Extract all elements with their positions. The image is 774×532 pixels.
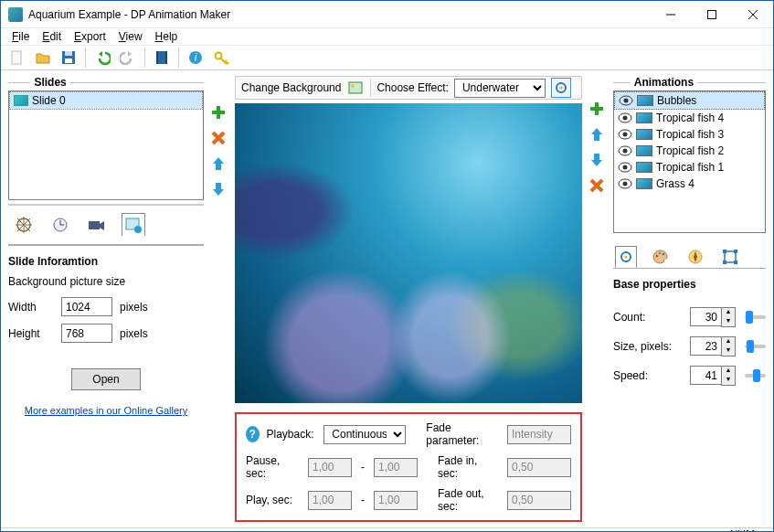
save-icon[interactable] [58, 47, 80, 69]
svg-point-45 [663, 253, 665, 256]
slide-up-icon[interactable] [209, 154, 228, 173]
visibility-icon[interactable] [618, 129, 632, 140]
pause-to-input [374, 458, 418, 477]
prop-tab-palette-icon[interactable] [650, 246, 672, 268]
anim-add-icon[interactable] [588, 100, 606, 118]
anim-label: Tropical fish 2 [656, 144, 724, 157]
anim-label: Bubbles [657, 94, 696, 107]
svg-point-30 [624, 99, 629, 103]
prop-tab-settings-icon[interactable] [615, 246, 637, 268]
menu-help[interactable]: Help [150, 28, 184, 45]
fadein-input [507, 458, 571, 477]
fadeout-label: Fade out, sec: [438, 487, 500, 513]
slide-delete-icon[interactable] [209, 129, 228, 147]
animations-list[interactable]: BubblesTropical fish 4Tropical fish 3Tro… [613, 90, 766, 233]
width-label: Width [8, 301, 54, 314]
speed-spinner[interactable]: ▲▼ [690, 366, 736, 386]
prop-tab-bounds-icon[interactable] [719, 246, 741, 268]
close-button[interactable] [732, 1, 773, 27]
svg-rect-7 [65, 51, 72, 56]
svg-point-36 [623, 149, 628, 154]
prop-tab-compass-icon[interactable] [684, 246, 706, 268]
anim-up-icon[interactable] [588, 125, 606, 144]
anim-thumb-icon [636, 112, 652, 123]
effect-select[interactable]: Underwater [454, 79, 546, 98]
menu-export[interactable]: Export [69, 28, 111, 45]
change-bg-label[interactable]: Change Background [241, 81, 341, 94]
online-gallery-link[interactable]: More examples in our Online Gallery [8, 405, 204, 416]
slide-item-0[interactable]: Slide 0 [9, 91, 203, 110]
size-slider[interactable] [745, 345, 766, 348]
visibility-icon[interactable] [619, 95, 633, 106]
slides-list[interactable]: Slide 0 [8, 90, 204, 200]
anim-delete-icon[interactable] [588, 176, 606, 195]
film-icon[interactable] [151, 47, 173, 69]
tab-image-icon[interactable] [122, 213, 145, 237]
anim-row[interactable]: Bubbles [614, 91, 765, 110]
minimize-button[interactable] [650, 1, 691, 27]
change-bg-icon[interactable] [346, 79, 365, 97]
anim-label: Tropical fish 3 [656, 128, 724, 141]
open-folder-icon[interactable] [32, 47, 54, 69]
open-button[interactable]: Open [71, 368, 141, 390]
menu-view[interactable]: View [113, 28, 148, 45]
svg-point-40 [623, 182, 628, 186]
slide-add-icon[interactable] [209, 103, 228, 122]
playback-select[interactable]: Continuous [323, 425, 406, 444]
menu-file[interactable]: File [6, 28, 35, 45]
svg-point-38 [623, 165, 628, 170]
new-file-icon[interactable] [6, 47, 28, 69]
anim-thumb-icon [636, 162, 652, 173]
tab-camera-icon[interactable] [85, 213, 109, 237]
svg-point-26 [351, 84, 355, 88]
slide-label: Slide 0 [32, 94, 66, 107]
height-label: Height [8, 327, 54, 340]
height-input[interactable] [61, 324, 112, 343]
svg-rect-25 [349, 82, 362, 93]
menu-edit[interactable]: Edit [37, 28, 67, 45]
maximize-button[interactable] [691, 1, 732, 27]
anim-label: Grass 4 [656, 177, 694, 190]
anim-row[interactable]: Tropical fish 3 [614, 126, 765, 143]
key-icon[interactable] [210, 47, 232, 69]
svg-rect-22 [89, 221, 100, 229]
undo-icon[interactable] [91, 47, 113, 69]
slide-thumb-icon [14, 95, 28, 106]
preview-canvas [235, 103, 582, 403]
svg-point-43 [656, 255, 659, 258]
info-icon[interactable]: i [185, 47, 207, 69]
svg-rect-1 [707, 10, 716, 18]
svg-rect-9 [156, 51, 158, 64]
count-spinner[interactable]: ▲▼ [690, 307, 736, 327]
size-spinner[interactable]: ▲▼ [690, 336, 736, 356]
anim-thumb-icon [636, 178, 652, 189]
anim-row[interactable]: Tropical fish 4 [614, 110, 765, 126]
anim-row[interactable]: Grass 4 [614, 176, 765, 192]
visibility-icon[interactable] [618, 162, 632, 173]
svg-point-32 [623, 116, 628, 121]
anim-down-icon[interactable] [588, 151, 606, 169]
tab-wheel-icon[interactable] [12, 213, 36, 237]
redo-icon[interactable] [117, 47, 139, 69]
effect-settings-icon[interactable] [551, 78, 571, 98]
base-props-heading: Base properties [613, 278, 766, 291]
speed-slider[interactable] [745, 374, 766, 378]
play-to-input [374, 491, 418, 510]
anim-thumb-icon [636, 129, 652, 140]
count-slider[interactable] [745, 315, 766, 319]
anim-label: Tropical fish 1 [656, 161, 724, 174]
visibility-icon[interactable] [618, 112, 632, 123]
slide-down-icon[interactable] [209, 180, 228, 198]
width-input[interactable] [61, 297, 112, 316]
svg-point-28 [559, 87, 562, 90]
svg-rect-48 [723, 250, 726, 253]
anim-row[interactable]: Tropical fish 2 [614, 143, 765, 159]
visibility-icon[interactable] [618, 145, 632, 156]
playback-label: Playback: [267, 428, 317, 441]
anim-row[interactable]: Tropical fish 1 [614, 159, 765, 176]
animations-heading: Animations [631, 76, 697, 89]
visibility-icon[interactable] [618, 178, 632, 189]
help-icon[interactable]: ? [246, 426, 260, 442]
tab-clock-icon[interactable] [48, 213, 72, 237]
app-icon [8, 7, 23, 22]
